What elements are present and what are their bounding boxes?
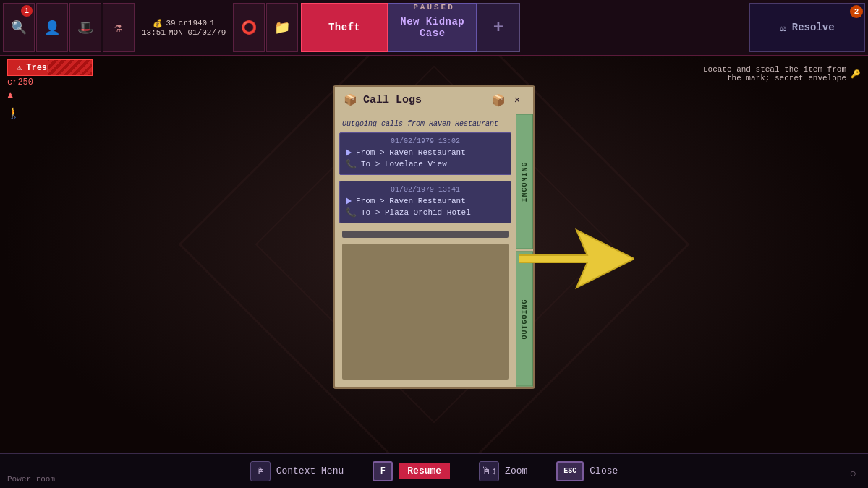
phone-icon-2: 📞 — [346, 207, 357, 218]
call-to-1: 📞 To > Lovelace View — [346, 159, 505, 170]
call-from-1: From > Raven Restaurant — [346, 148, 505, 157]
modal-body: Outgoing calls from Raven Restaurant 01/… — [335, 114, 533, 387]
play-icon-1 — [346, 149, 352, 156]
scroll-indicator — [342, 231, 509, 238]
arrow-container — [519, 223, 634, 299]
call-from-2: From > Raven Restaurant — [346, 197, 505, 205]
call-entry-1[interactable]: 01/02/1979 13:02 From > Raven Restaurant… — [339, 132, 511, 175]
phone-icon-1: 📞 — [346, 159, 357, 170]
svg-marker-0 — [519, 230, 634, 288]
modal-header-icons: 📦 × — [491, 93, 524, 108]
modal-header: 📦 Call Logs 📦 × — [335, 87, 533, 114]
modal-close-button[interactable]: × — [510, 93, 524, 108]
call-logs-modal: 📦 Call Logs 📦 × Outgoing calls from Rave… — [333, 85, 535, 389]
call-to-2: 📞 To > Plaza Orchid Hotel — [346, 207, 505, 218]
modal-subtitle: Outgoing calls from Raven Restaurant — [339, 119, 511, 132]
modal-title: 📦 Call Logs — [344, 93, 422, 107]
cube-icon: 📦 — [491, 93, 506, 108]
call-time-2: 01/02/1979 13:41 — [346, 186, 505, 194]
box-icon: 📦 — [344, 93, 357, 107]
call-time-1: 01/02/1979 13:02 — [346, 137, 505, 145]
call-entry-2[interactable]: 01/02/1979 13:41 From > Raven Restaurant… — [339, 181, 511, 223]
modal-empty-area — [342, 244, 509, 380]
modal-title-text: Call Logs — [363, 94, 422, 106]
modal-overlay: 📦 Call Logs 📦 × Outgoing calls from Rave… — [0, 0, 868, 488]
modal-content-area: Outgoing calls from Raven Restaurant 01/… — [335, 114, 516, 387]
pointing-arrow — [519, 223, 634, 295]
play-icon-2 — [346, 197, 352, 205]
